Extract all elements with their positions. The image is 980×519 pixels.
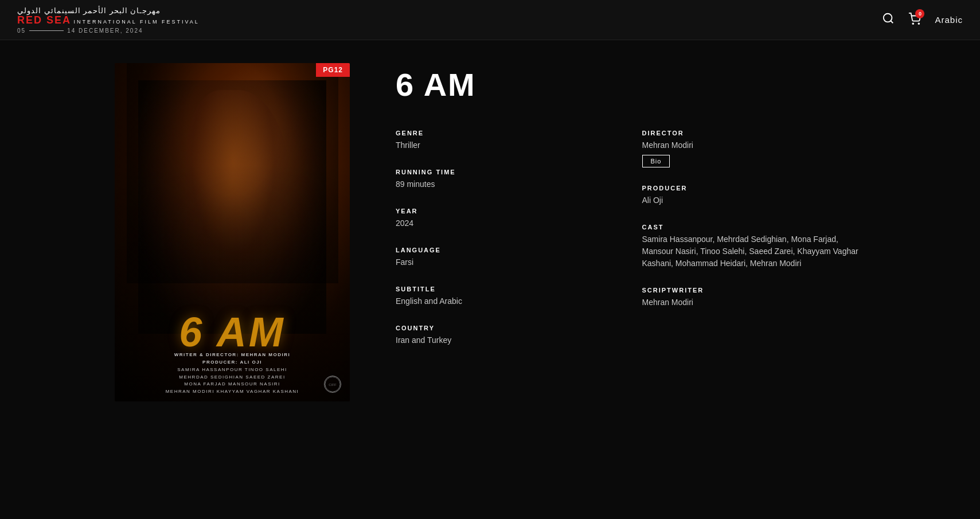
year-value: 2024 [396, 217, 631, 229]
scriptwriter-item: SCRIPTWRITER Mehran Modiri [642, 287, 866, 309]
poster-stamp: CIFF [324, 376, 341, 393]
site-header: مهرجـان البحر الأحمر السينمائي الدولي RE… [0, 0, 980, 40]
logo-top: مهرجـان البحر الأحمر السينمائي الدولي [17, 6, 200, 15]
bio-button[interactable]: Bio [642, 155, 670, 167]
poster-writer-credit: WRITER & DIRECTOR: MEHRAN MODIRI [115, 352, 350, 359]
film-details-grid: GENRE Thriller RUNNING TIME 89 minutes Y… [396, 130, 865, 364]
cast-value: Samira Hassanpour, Mehrdad Sedighian, Mo… [642, 233, 866, 270]
poster-container: 6 AM WRITER & DIRECTOR: MEHRAN MODIRI PR… [115, 63, 350, 401]
poster-6am-text: 6 AM [115, 309, 350, 356]
year-label: YEAR [396, 208, 631, 214]
scriptwriter-label: SCRIPTWRITER [642, 287, 866, 294]
film-details-left: GENRE Thriller RUNNING TIME 89 minutes Y… [396, 130, 631, 364]
search-icon[interactable] [882, 12, 895, 28]
svg-point-3 [919, 23, 920, 24]
svg-point-0 [884, 14, 892, 22]
poster-cast-4: MEHRAN MODIRI KHAYYAM VAGHAR KASHANI [115, 388, 350, 396]
poster-credits: WRITER & DIRECTOR: MEHRAN MODIRI PRODUCE… [115, 352, 350, 396]
cart-badge: 0 [915, 9, 924, 18]
svg-point-2 [913, 23, 914, 24]
producer-label: PRODUCER [642, 185, 866, 192]
running-time-item: RUNNING TIME 89 minutes [396, 169, 631, 190]
festival-dates: 05 14 DECEMBER, 2024 [17, 28, 200, 34]
film-title: 6 AM [396, 69, 865, 101]
poster-cast-1: SAMIRA HASSANPOUR TINOO SALEHI [115, 366, 350, 374]
poster-cast-2: MEHRDAD SEDIGHIAN SAEED ZAREI [115, 374, 350, 381]
genre-label: GENRE [396, 130, 631, 136]
dates-start: 05 [17, 28, 26, 34]
running-time-value: 89 minutes [396, 178, 631, 190]
cast-item: CAST Samira Hassanpour, Mehrdad Sedighia… [642, 224, 866, 270]
subtitle-label: SUBTITLE [396, 286, 631, 292]
header-actions: 0 Arabic [882, 12, 963, 28]
film-info: 6 AM GENRE Thriller RUNNING TIME 89 minu… [396, 63, 865, 364]
language-value: Farsi [396, 256, 631, 268]
film-details-right: DIRECTOR Mehran Modiri Bio PRODUCER Ali … [631, 130, 866, 364]
main-content: 6 AM WRITER & DIRECTOR: MEHRAN MODIRI PR… [0, 40, 980, 424]
genre-value: Thriller [396, 139, 631, 151]
logo-area: مهرجـان البحر الأحمر السينمائي الدولي RE… [17, 6, 200, 34]
language-toggle[interactable]: Arabic [935, 15, 963, 25]
pg-rating-badge: PG12 [316, 63, 350, 77]
subtitle-value: English and Arabic [396, 295, 631, 307]
producer-value: Ali Oji [642, 194, 866, 206]
language-item: LANGUAGE Farsi [396, 247, 631, 268]
poster-cast-3: MONA FARJAD MANSOUR NASIRI [115, 381, 350, 388]
cast-label: CAST [642, 224, 866, 231]
director-value: Mehran Modiri [642, 139, 866, 151]
svg-line-1 [891, 21, 893, 23]
subtitle-item: SUBTITLE English and Arabic [396, 286, 631, 307]
country-value: Iran and Turkey [396, 334, 631, 346]
dates-end: 14 DECEMBER, 2024 [67, 28, 143, 34]
director-item: DIRECTOR Mehran Modiri Bio [642, 130, 866, 167]
dates-separator [29, 30, 64, 31]
director-label: DIRECTOR [642, 130, 866, 136]
country-label: COUNTRY [396, 325, 631, 331]
country-item: COUNTRY Iran and Turkey [396, 325, 631, 346]
poster-title-area: 6 AM [115, 309, 350, 356]
logo-red-text: RED SEA INTERNATIONAL FILM FESTIVAL [17, 15, 200, 26]
running-time-label: RUNNING TIME [396, 169, 631, 175]
movie-poster: 6 AM WRITER & DIRECTOR: MEHRAN MODIRI PR… [115, 63, 350, 401]
logo-arabic-text: مهرجـان البحر الأحمر السينمائي الدولي [17, 6, 161, 15]
scriptwriter-value: Mehran Modiri [642, 296, 866, 309]
cart-button[interactable]: 0 [908, 13, 921, 28]
language-label: LANGUAGE [396, 247, 631, 253]
producer-item: PRODUCER Ali Oji [642, 185, 866, 206]
svg-text:CIFF: CIFF [329, 383, 337, 387]
genre-item: GENRE Thriller [396, 130, 631, 151]
poster-producer-credit: PRODUCER: ALI OJI [115, 359, 350, 366]
year-item: YEAR 2024 [396, 208, 631, 229]
